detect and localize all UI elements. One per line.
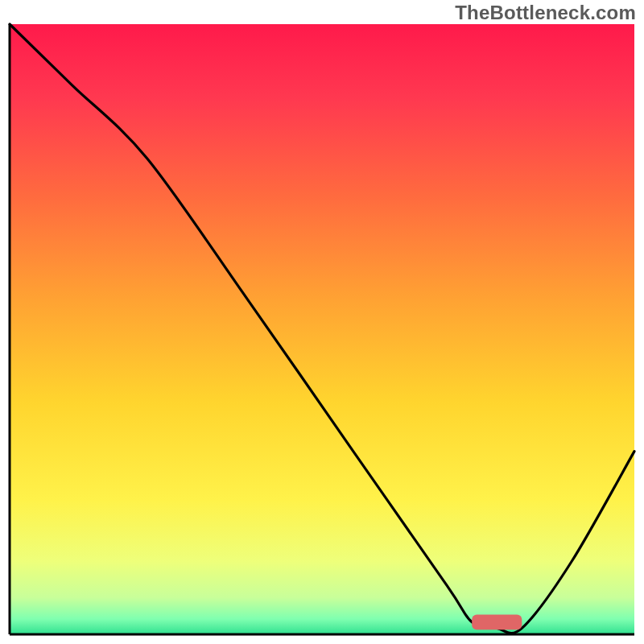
plot-background <box>10 24 634 634</box>
optimal-marker <box>472 614 522 630</box>
watermark-text: TheBottleneck.com <box>455 2 636 24</box>
chart-stage: TheBottleneck.com <box>0 0 644 644</box>
bottleneck-chart <box>0 0 644 644</box>
